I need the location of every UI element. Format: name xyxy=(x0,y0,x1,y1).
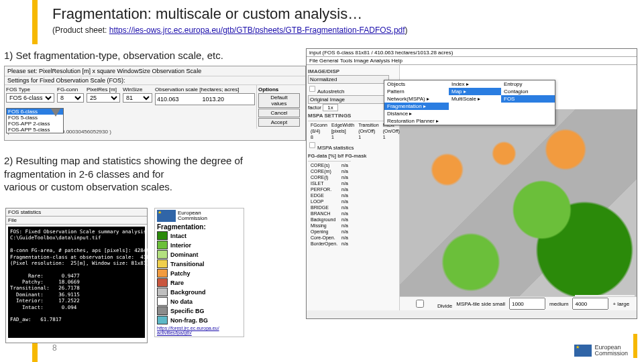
table-row: CORE(m)n/a xyxy=(309,169,350,174)
menu-item[interactable]: Network(MSPA) ▸ xyxy=(384,95,449,103)
original-image-button[interactable]: Original Image xyxy=(308,95,389,104)
table-row: ISLETn/a xyxy=(309,181,350,186)
title-block: Fragmentation: multiscale or custom anal… xyxy=(52,5,408,35)
mspa-stats-checkbox[interactable] xyxy=(309,142,315,148)
autostretch-checkbox[interactable] xyxy=(309,86,315,92)
table-row: EDGEn/a xyxy=(309,193,350,198)
pointer-arrow-icon xyxy=(51,109,60,117)
menu-item[interactable]: Map ▸ xyxy=(449,88,501,95)
zoom-factor[interactable]: 1x xyxy=(323,104,337,111)
legend-item: Rare xyxy=(157,278,241,287)
stats-menu-file[interactable]: File xyxy=(6,217,147,225)
legend-item: Intact xyxy=(157,231,241,240)
winsize-select[interactable]: 81 xyxy=(123,93,152,103)
table-row: PERFOR.n/a xyxy=(309,187,350,192)
footer-logo: European Commission xyxy=(574,345,628,357)
menu-item[interactable]: Fragmentation ▸ xyxy=(384,103,449,110)
menu-item[interactable]: Restoration Planner ▸ xyxy=(384,117,449,125)
dropdown-option[interactable]: FOS-APP 5-class xyxy=(7,127,63,133)
fos-type-select[interactable]: FOS 6-class xyxy=(6,93,54,103)
legend-item: No data xyxy=(157,297,241,306)
product-sheet-link[interactable]: https://ies-ows.jrc.ec.europa.eu/gtb/GTB… xyxy=(109,25,405,35)
eu-flag-icon xyxy=(574,345,592,357)
tile-small-input[interactable] xyxy=(509,298,545,310)
table-row: LOOPn/a xyxy=(309,199,350,204)
legend-item: Non-frag. BG xyxy=(157,316,241,324)
table-row: BRANCHn/a xyxy=(309,211,350,216)
normalized-button[interactable]: Normalized xyxy=(308,75,389,84)
legend-panel: European Commission Fragmentation: Intac… xyxy=(154,208,244,337)
subtitle: (Product sheet: https://ies-ows.jrc.ec.e… xyxy=(52,25,408,35)
table-row: CORE(s)n/a xyxy=(309,163,350,168)
tile-medium-input[interactable] xyxy=(572,298,608,310)
footer-accent xyxy=(633,334,637,358)
legend-item: Background xyxy=(157,288,241,296)
table-row: BRIDGEn/a xyxy=(309,205,350,210)
legend-item: Specific BG xyxy=(157,306,241,315)
legend-item: Transitional xyxy=(157,259,241,268)
pixres-select[interactable]: 25 xyxy=(87,93,120,103)
settings-heading: Settings for Fixed Observation Scale (FO… xyxy=(5,76,305,84)
table-row: BorderOpen.n/a xyxy=(309,241,350,246)
menu-item[interactable]: FOS xyxy=(501,95,555,103)
legend-cite-link[interactable]: https://forest.jrc.ec.europa.eu/ activit… xyxy=(157,326,241,335)
page-title: Fragmentation: multiscale or custom anal… xyxy=(52,5,408,23)
settings-dialog: Please set: PixelResolution [m] x square… xyxy=(4,66,306,141)
table-row: Backgroundn/a xyxy=(309,217,350,222)
table-row: Missingn/a xyxy=(309,223,350,228)
legend-item: Patchy xyxy=(157,269,241,278)
settings-titlebar[interactable]: Please set: PixelResolution [m] x square… xyxy=(5,66,305,76)
page-number: 8 xyxy=(52,343,57,353)
step1-text: 1) Set fragmentation-type, observation s… xyxy=(4,50,223,61)
statusbar: Divide MSPA-tile side small medium + lar… xyxy=(400,296,637,310)
legend-item: Interior xyxy=(157,241,241,249)
cancel-button[interactable]: Cancel xyxy=(258,109,300,117)
table-row: Openingn/a xyxy=(309,229,350,234)
menu-item[interactable]: Distance ▸ xyxy=(384,110,449,117)
divide-checkbox[interactable] xyxy=(405,300,435,308)
gtb-app-window: input (FOS 6-class 81x81 / 410.063 hecta… xyxy=(306,48,637,319)
accept-button[interactable]: Accept xyxy=(258,118,300,127)
app-titlebar[interactable]: input (FOS 6-class 81x81 / 410.063 hecta… xyxy=(307,49,637,57)
menu-item[interactable]: Index ▸ xyxy=(449,80,501,88)
legend-item: Dominant xyxy=(157,250,241,259)
stats-window: FOS statistics File FOS: Fixed Observati… xyxy=(5,208,148,343)
menu-flyout: ObjectsPatternNetwork(MSPA) ▸Fragmentati… xyxy=(384,80,555,125)
stats-titlebar[interactable]: FOS statistics xyxy=(6,208,147,217)
menu-item[interactable]: MultiScale ▸ xyxy=(449,95,501,103)
obs-scale-input[interactable] xyxy=(155,93,255,105)
table-row: Core-Open.n/a xyxy=(309,235,350,240)
defaults-button[interactable]: Default values xyxy=(258,93,300,108)
fg-conn-select[interactable]: 8 xyxy=(57,93,84,103)
step2-text: 2) Resulting map and statistics showing … xyxy=(4,154,243,194)
menu-item[interactable]: Objects xyxy=(384,80,449,88)
stats-body: FOS: Fixed Observation Scale summary ana… xyxy=(8,227,145,338)
eu-flag-icon xyxy=(157,210,176,222)
fragmentation-map[interactable] xyxy=(400,109,637,310)
canvas[interactable]: ObjectsPatternNetwork(MSPA) ▸Fragmentati… xyxy=(400,65,637,310)
menu-item[interactable]: Entropy xyxy=(501,80,555,88)
app-menubar[interactable]: File General Tools Image Analysis Help xyxy=(307,57,637,65)
table-row: CORE(l)n/a xyxy=(309,175,350,180)
menu-item[interactable]: Pattern xyxy=(384,88,449,95)
menu-item[interactable]: Contagion xyxy=(501,88,555,95)
dropdown-option[interactable]: FOS-APP 2-class xyxy=(7,121,63,127)
accent-bar-top xyxy=(32,0,38,44)
